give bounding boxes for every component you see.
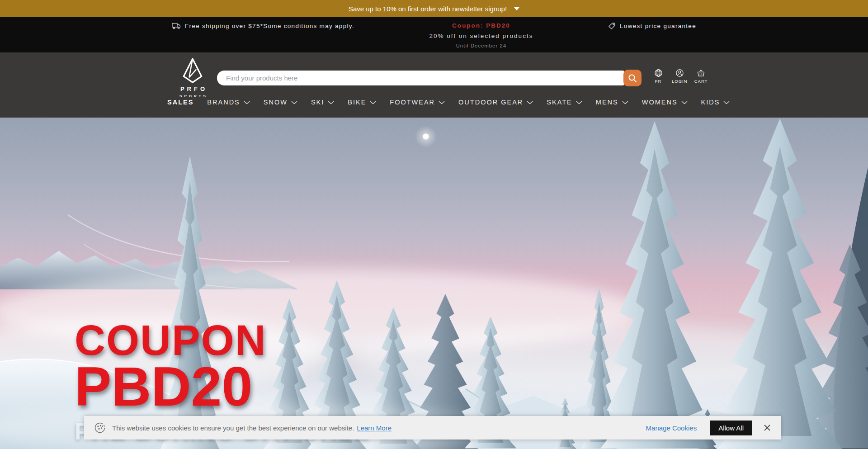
- language-label: FR: [655, 79, 662, 84]
- logo-title: PRFO: [178, 85, 208, 92]
- chevron-down-icon: [370, 101, 376, 104]
- hero-banner[interactable]: COUPON PBD20 PRE BOXING DAY SALE 20% off…: [0, 118, 868, 449]
- chevron-down-icon: [723, 101, 730, 104]
- nav-item-kids[interactable]: KIDS: [701, 99, 730, 106]
- promo-bar: Free shipping over $75*Some conditions m…: [0, 17, 868, 52]
- nav-item-ski[interactable]: SKI: [311, 99, 334, 106]
- hero-coupon-word: COUPON: [75, 320, 399, 360]
- nav-item-footwear[interactable]: FOOTWEAR: [390, 99, 445, 106]
- search-bar: [217, 70, 642, 86]
- free-shipping-note: Free shipping over $75*Some conditions m…: [172, 22, 354, 29]
- coupon-subtitle: 20% off on selected products: [429, 33, 533, 39]
- site-header: PRFO SPORTS FR LOGIN: [0, 52, 868, 118]
- chevron-down-icon: [576, 101, 582, 104]
- nav-item-sales[interactable]: SALES: [167, 99, 193, 106]
- coupon-code-text: Coupon: PBD20: [429, 22, 533, 29]
- price-guarantee-note: Lowest price guarantee: [608, 22, 696, 30]
- login-label: LOGIN: [672, 79, 688, 84]
- language-switch[interactable]: FR: [651, 69, 665, 84]
- manage-cookies-link[interactable]: Manage Cookies: [646, 424, 697, 432]
- chevron-down-icon: [328, 101, 334, 104]
- cookie-consent-bar: This website uses cookies to ensure you …: [84, 416, 781, 440]
- price-guarantee-text: Lowest price guarantee: [620, 23, 696, 29]
- cookie-icon: [94, 422, 106, 434]
- search-button[interactable]: [623, 70, 642, 86]
- hero-tagline: 20% off on selected full-price products: [75, 447, 399, 449]
- cart-label: CART: [694, 79, 708, 84]
- header-actions: FR LOGIN CART: [651, 69, 708, 84]
- nav-item-skate[interactable]: SKATE: [547, 99, 582, 106]
- coupon-promo: Coupon: PBD20 20% off on selected produc…: [429, 22, 533, 48]
- main-nav: SALES BRANDS SNOW SKI BIKE FOOTWEAR OUTD…: [167, 99, 730, 106]
- magnifier-icon: [627, 73, 637, 83]
- allow-all-button[interactable]: Allow All: [710, 421, 752, 435]
- chevron-down-icon: [291, 101, 297, 104]
- newsletter-banner[interactable]: Save up to 10% on first order with newsl…: [0, 0, 868, 17]
- chevron-down-icon: [622, 101, 628, 104]
- globe-icon: [654, 69, 663, 77]
- free-shipping-text: Free shipping over $75*Some conditions m…: [185, 23, 354, 29]
- price-tag-icon: [608, 22, 616, 30]
- basket-icon: [696, 69, 706, 77]
- user-icon: [675, 69, 684, 77]
- nav-item-bike[interactable]: BIKE: [348, 99, 376, 106]
- truck-icon: [172, 22, 181, 29]
- search-input[interactable]: [217, 71, 624, 85]
- chevron-down-icon: [681, 101, 688, 104]
- coupon-until: Until December 24: [429, 43, 533, 48]
- nav-item-brands[interactable]: BRANDS: [207, 99, 250, 106]
- nav-item-snow[interactable]: SNOW: [264, 99, 297, 106]
- chevron-down-icon: [527, 101, 533, 104]
- prfo-logo[interactable]: PRFO SPORTS: [176, 58, 209, 98]
- logo-subtitle: SPORTS: [177, 94, 208, 98]
- learn-more-link[interactable]: Learn More: [357, 424, 392, 432]
- chevron-down-icon: [439, 101, 445, 104]
- cart-button[interactable]: CART: [694, 69, 708, 84]
- newsletter-banner-text: Save up to 10% on first order with newsl…: [349, 5, 507, 13]
- login-button[interactable]: LOGIN: [672, 69, 688, 84]
- prfo-logo-icon: [179, 58, 206, 83]
- nav-item-womens[interactable]: WOMENS: [642, 99, 688, 106]
- hero-coupon-code: PBD20: [75, 361, 399, 412]
- caret-down-icon[interactable]: [514, 7, 519, 10]
- close-icon[interactable]: [764, 424, 771, 431]
- chevron-down-icon: [244, 101, 250, 104]
- nav-item-outdoor-gear[interactable]: OUTDOOR GEAR: [458, 99, 533, 106]
- nav-item-mens[interactable]: MENS: [596, 99, 628, 106]
- cookie-message: This website uses cookies to ensure you …: [112, 424, 354, 432]
